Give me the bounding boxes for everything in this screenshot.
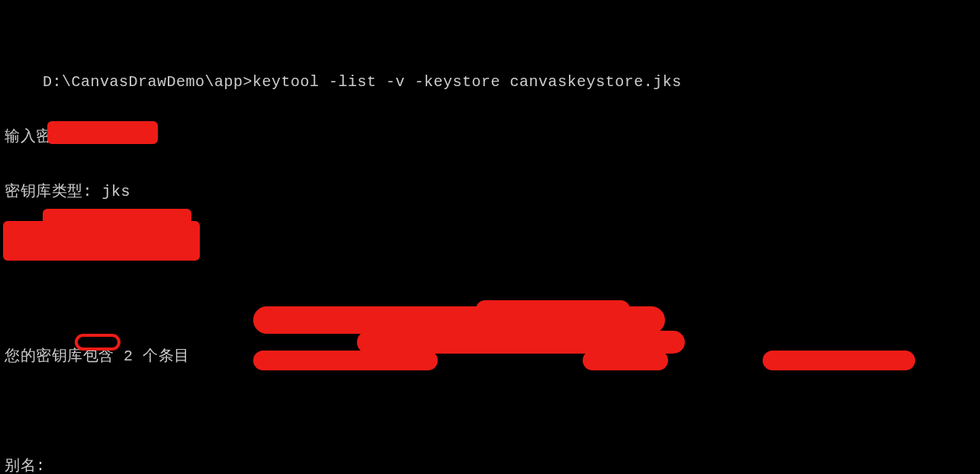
prompt-line[interactable]: D:\CanvasDrawDemo\app>keytool -list -v -…: [5, 55, 980, 73]
redaction-blob-sha1-top: [476, 300, 630, 319]
prompt-command: keytool -list -v -keystore canvaskeystor…: [252, 73, 682, 91]
terminal-output: D:\CanvasDrawDemo\app>keytool -list -v -…: [0, 0, 980, 474]
redaction-circle-sha1-label: [75, 334, 120, 351]
redaction-blob-sha256-a: [253, 351, 438, 370]
redaction-blob-sha256-c: [763, 351, 915, 370]
redaction-alias: [47, 121, 158, 144]
alias-line: 别名:: [5, 457, 980, 474]
blank-line: [5, 402, 980, 421]
prompt-path: D:\CanvasDrawDemo\app>: [43, 73, 252, 91]
redaction-blob-sha256-b: [583, 351, 668, 370]
redaction-owner-issuer-inner: [43, 209, 191, 261]
output-line: 密钥库类型: jks: [5, 183, 980, 201]
